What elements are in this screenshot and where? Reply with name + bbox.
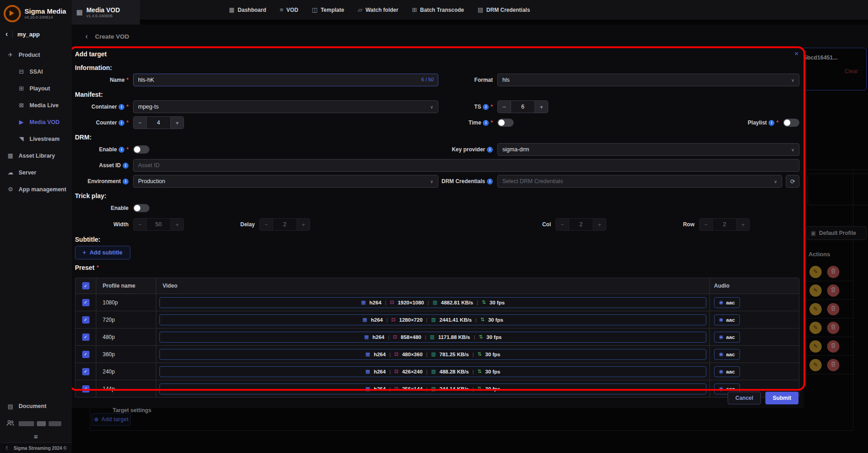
container-select[interactable]: mpeg-ts ∨: [133, 100, 438, 113]
info-icon[interactable]: i: [119, 147, 124, 153]
info-icon[interactable]: i: [769, 120, 774, 126]
info-icon[interactable]: i: [123, 179, 129, 184]
collapse-sidebar-icon[interactable]: ≡: [0, 433, 72, 440]
row-checkbox[interactable]: ✓: [82, 334, 89, 341]
submit-button[interactable]: Submit: [765, 392, 799, 404]
increment-button[interactable]: +: [535, 101, 548, 113]
sidebar-item-product[interactable]: ✈ Product: [0, 46, 72, 63]
video-profile-pill[interactable]: ▦h264 | ⊡1920×1080 | ▥4882.81 KB/s | ⇅30…: [159, 297, 706, 308]
cancel-button[interactable]: Cancel: [728, 392, 761, 404]
section-trick-play: Trick play:: [75, 190, 799, 201]
preset-table-header: ✓ Profile name Video Audio: [75, 278, 799, 294]
refresh-icon[interactable]: ⟳: [786, 175, 799, 188]
nav-vod[interactable]: ≡ VOD: [280, 6, 298, 13]
decrement-button[interactable]: −: [134, 117, 146, 129]
media-vod-icon: ▶: [17, 119, 25, 125]
col-value[interactable]: 2: [569, 219, 593, 230]
row-checkbox[interactable]: ✓: [82, 299, 89, 306]
fps-icon: ⇅: [477, 351, 481, 357]
decrement-button[interactable]: −: [134, 219, 146, 230]
audio-codec-pill[interactable]: ◉aac: [714, 349, 740, 360]
codec-icon: ▦: [362, 317, 367, 323]
folder-icon: ▱: [358, 6, 362, 13]
nav-batch-transcode[interactable]: ⊞ Batch Transcode: [412, 6, 464, 13]
audio-codec-pill[interactable]: ◉aac: [714, 332, 740, 343]
media-live-icon: ⊠: [17, 102, 25, 109]
info-icon[interactable]: i: [119, 104, 124, 110]
time-label: Timei*: [438, 119, 493, 126]
sidebar-item-media-vod[interactable]: ▶ Media VOD: [0, 114, 72, 130]
increment-button[interactable]: +: [737, 219, 749, 230]
decrement-button[interactable]: −: [260, 219, 273, 230]
info-icon[interactable]: i: [119, 120, 124, 126]
key-provider-select[interactable]: sigma-drm ∨: [497, 143, 799, 156]
asset-id-input[interactable]: [133, 159, 799, 172]
video-profile-pill[interactable]: ▦h264 | ⊡1280×720 | ▥2441.41 KB/s | ⇅30 …: [159, 314, 706, 325]
drm-enable-label: Enablei*: [75, 146, 129, 153]
increment-button[interactable]: +: [171, 219, 184, 230]
trickplay-enable-label: Enable: [75, 205, 129, 211]
increment-button[interactable]: +: [297, 219, 310, 230]
video-profile-pill[interactable]: ▦h264 | ⊡426×240 | ▥488.28 KB/s | ⇅30 fp…: [159, 366, 706, 377]
bitrate-icon: ▥: [431, 317, 436, 323]
decrement-button[interactable]: −: [498, 101, 511, 113]
name-input[interactable]: [133, 74, 438, 86]
row-checkbox[interactable]: ✓: [82, 351, 89, 358]
nav-template[interactable]: ◫ Template: [312, 6, 344, 13]
user-account-row[interactable]: [0, 417, 72, 430]
sidebar-item-ssai[interactable]: ⊟ SSAI: [0, 63, 72, 80]
time-toggle[interactable]: [497, 119, 514, 127]
audio-codec-pill[interactable]: ◉aac: [714, 314, 740, 325]
sidebar-item-playout[interactable]: ⊞ Playout: [0, 80, 72, 97]
delay-value[interactable]: 2: [273, 219, 297, 230]
increment-button[interactable]: +: [171, 117, 184, 129]
video-profile-pill[interactable]: ▦h264 | ⊡858×480 | ▥1171.88 KB/s | ⇅30 f…: [159, 332, 706, 343]
sidebar-item-media-live[interactable]: ⊠ Media Live: [0, 97, 72, 114]
grid-icon: ▦: [76, 8, 83, 16]
resolution-icon: ⊡: [390, 299, 394, 305]
preset-row-720p: ✓ 720p ▦h264 | ⊡1280×720 | ▥2441.41 KB/s…: [75, 311, 799, 328]
format-select[interactable]: hls ∨: [497, 74, 799, 86]
sidebar-item-livestream[interactable]: ◥ Livestream: [0, 130, 72, 147]
drm-enable-toggle[interactable]: [133, 145, 149, 154]
close-icon[interactable]: ×: [794, 50, 799, 57]
decrement-button[interactable]: −: [556, 219, 569, 230]
nav-dashboard[interactable]: ▦ Dashboard: [229, 6, 266, 13]
add-subtitle-button[interactable]: + Add subtitle: [75, 246, 130, 259]
select-all-checkbox[interactable]: ✓: [82, 282, 89, 289]
counter-value[interactable]: 4: [146, 117, 171, 129]
nav-watch-folder[interactable]: ▱ Watch folder: [358, 6, 398, 13]
row-value[interactable]: 2: [712, 219, 737, 230]
sidebar-item-document[interactable]: ▤ Document: [0, 400, 72, 413]
vod-list-icon: ≡: [280, 6, 283, 13]
modal-footer: Cancel Submit: [70, 388, 804, 408]
sidebar-item-server[interactable]: ☁ Server: [0, 164, 72, 181]
info-icon[interactable]: i: [123, 163, 129, 169]
audio-codec-pill[interactable]: ◉aac: [714, 366, 740, 377]
decrement-button[interactable]: −: [699, 219, 712, 230]
moon-icon[interactable]: ☾: [5, 445, 10, 451]
environment-select[interactable]: Production ∨: [133, 175, 438, 188]
drm-credentials-select[interactable]: Select DRM Credentials ∨: [497, 175, 782, 188]
back-icon[interactable]: ‹: [5, 30, 8, 38]
playlist-toggle[interactable]: [783, 119, 799, 127]
width-value[interactable]: 50: [146, 219, 171, 230]
video-profile-pill[interactable]: ▦h264 | ⊡480×360 | ▥781.25 KB/s | ⇅30 fp…: [159, 349, 706, 360]
sidebar-item-asset-library[interactable]: ▦ Asset Library: [0, 147, 72, 164]
template-icon: ◫: [312, 6, 317, 13]
increment-button[interactable]: +: [593, 219, 606, 230]
audio-codec-pill[interactable]: ◉aac: [714, 297, 740, 308]
info-icon[interactable]: i: [483, 120, 489, 126]
info-icon[interactable]: i: [487, 179, 493, 184]
section-preset: Preset*: [75, 262, 799, 273]
trickplay-enable-toggle[interactable]: [133, 204, 149, 212]
ts-value[interactable]: 6: [511, 101, 535, 113]
sidebar-item-app-management[interactable]: ⚙ App management: [0, 181, 72, 198]
row-checkbox[interactable]: ✓: [82, 368, 89, 375]
required-marker: *: [126, 104, 129, 110]
info-icon[interactable]: i: [483, 104, 489, 110]
row-checkbox[interactable]: ✓: [82, 316, 89, 324]
section-information: Information:: [75, 62, 799, 73]
info-icon[interactable]: i: [487, 147, 493, 153]
nav-drm-credentials[interactable]: ▤ DRM Credentials: [478, 6, 530, 13]
